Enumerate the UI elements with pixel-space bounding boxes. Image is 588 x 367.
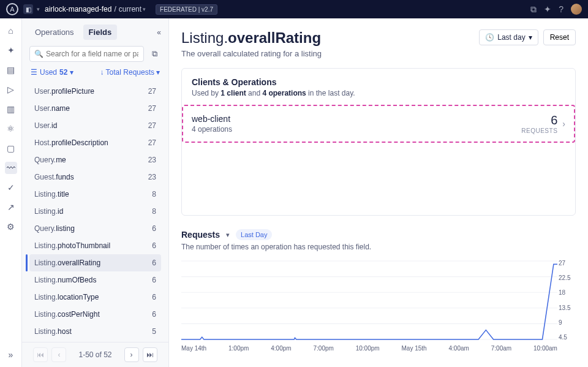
field-item[interactable]: User.name27 [29,100,161,117]
requests-chart: 2722.51813.594.5 May 14th1:00pm4:00pm7:0… [181,260,576,352]
card-heading: Clients & Operations [192,77,565,87]
field-item[interactable]: Listing.costPerNight6 [29,306,161,323]
launches-icon[interactable]: ↗ [5,201,17,213]
announce-icon[interactable]: ✦ [544,4,551,14]
page-prev-button[interactable]: ‹ [51,347,66,362]
field-item[interactable]: Listing.locationType6 [29,289,161,306]
sort-dropdown[interactable]: ↓ Total Requests ▾ [100,68,160,77]
page-next-button[interactable]: › [124,347,139,362]
field-item[interactable]: Guest.funds23 [29,168,161,186]
filter-icon: ☰ [31,68,37,77]
org-switcher[interactable]: ◧ [23,4,33,14]
search-icon: 🔍 [34,50,43,58]
search-input[interactable] [29,46,144,62]
client-row[interactable]: web-client 4 operations 6 REQUESTS › [182,105,575,143]
reset-button[interactable]: Reset [543,29,576,45]
field-item[interactable]: User.id27 [29,117,161,134]
page-last-button[interactable]: ⏭ [143,347,157,362]
field-item[interactable]: User.profilePicture27 [29,83,161,100]
card-sub: Used by 1 client and 4 operations in the… [192,89,565,97]
clients-icon[interactable]: ▥ [5,103,17,115]
field-item[interactable]: Listing.host5 [29,323,161,340]
page-first-button[interactable]: ⏮ [33,347,48,362]
tab-operations[interactable]: Operations [29,25,80,40]
tab-fields[interactable]: Fields [83,25,118,40]
field-item[interactable]: Query.me23 [29,151,161,168]
collapse-sidebar-icon[interactable]: « [157,28,161,37]
graph-icon[interactable]: ⚛ [5,123,17,135]
settings-icon[interactable]: ⚙ [5,221,17,233]
filter-dropdown[interactable]: ☰ Used 52 ▾ [31,68,74,77]
home-icon[interactable]: ⌂ [5,25,17,37]
field-item[interactable]: Query.listing6 [29,220,161,237]
client-name: web-client [192,114,232,124]
field-item[interactable]: Host.profileDescription27 [29,134,161,151]
field-item[interactable]: Listing.numOfBeds6 [29,271,161,289]
field-list: User.profilePicture27User.name27User.id2… [26,83,165,342]
left-rail: ⌂ ✦ ▤ ▷ ▥ ⚛ ▢ 〰 ✓ ↗ ⚙ » [0,18,22,367]
chevron-down-icon: ▾ [37,6,40,12]
schema-icon[interactable]: ▤ [5,64,17,76]
page-text: 1-50 of 52 [78,350,111,359]
sort-down-icon: ↓ [100,68,104,77]
clients-card: Clients & Operations Used by 1 client an… [181,68,576,216]
clock-icon: 🕓 [485,33,494,42]
chevron-right-icon: › [562,119,565,129]
time-pill[interactable]: Last Day [236,229,272,240]
explorer-icon[interactable]: ✦ [5,44,17,56]
checks-icon[interactable]: ✓ [5,181,17,194]
chevron-down-icon: ▾ [529,33,532,42]
apollo-logo[interactable]: A [6,3,18,15]
chevron-down-icon[interactable]: ▾ [226,231,230,239]
field-item[interactable]: Listing.photoThumbnail6 [29,237,161,254]
requests-sub: The number of times an operation has req… [181,243,576,251]
chevron-down-icon: ▾ [156,68,160,77]
breadcrumb[interactable]: airlock-managed-fed/ current ▾ [45,5,146,13]
insights-icon[interactable]: 〰 [5,162,17,174]
requests-heading: Requests [181,230,220,240]
stack-icon[interactable]: ⧉ [530,4,537,15]
display-icon[interactable]: ▢ [5,142,17,154]
field-item[interactable]: Listing.id8 [29,203,161,220]
field-item[interactable]: Listing.title8 [29,186,161,203]
variant-tag: FEDERATED | v2.7 [156,4,217,15]
chevron-down-icon: ▾ [143,6,146,12]
chevron-down-icon: ▾ [70,68,74,77]
page-subtitle: The overall calculated rating for a list… [181,49,576,58]
avatar[interactable] [571,4,582,15]
help-icon[interactable]: ? [559,4,564,14]
expand-rail-icon[interactable]: » [5,349,17,361]
sidebar: Operations Fields « 🔍 ⧉ ☰ Used 52 ▾ ↓ To… [22,18,169,367]
open-in-new-icon[interactable]: ⧉ [148,46,161,62]
operations-icon[interactable]: ▷ [5,83,17,96]
time-range-button[interactable]: 🕓 Last day ▾ [479,29,538,45]
client-ops: 4 operations [192,125,232,134]
client-requests: 6 REQUESTS [521,113,557,134]
field-item[interactable]: Listing.overallRating6 [29,254,161,271]
page-title: Listing.overallRating [181,29,321,47]
